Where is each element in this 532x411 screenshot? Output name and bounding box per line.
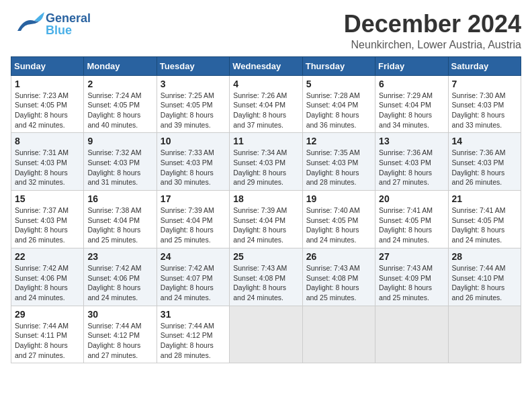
day-number: 30 [87,309,152,320]
day-info: Sunrise: 7:44 AMSunset: 4:10 PMDaylight:… [452,263,517,303]
calendar-cell: 9Sunrise: 7:32 AMSunset: 4:03 PMDaylight… [84,133,157,191]
day-info: Sunrise: 7:24 AMSunset: 4:05 PMDaylight:… [87,91,152,130]
calendar-cell: 29Sunrise: 7:44 AMSunset: 4:11 PMDayligh… [11,306,84,363]
day-info: Sunrise: 7:39 AMSunset: 4:04 PMDaylight:… [233,205,298,245]
calendar-cell: 27Sunrise: 7:43 AMSunset: 4:09 PMDayligh… [375,248,448,306]
logo-blue: Blue [46,24,91,36]
calendar-cell: 6Sunrise: 7:29 AMSunset: 4:04 PMDaylight… [375,75,448,133]
day-info: Sunrise: 7:38 AMSunset: 4:04 PMDaylight:… [87,205,152,245]
calendar-cell: 22Sunrise: 7:42 AMSunset: 4:06 PMDayligh… [11,248,84,306]
day-of-week-header: Thursday [302,56,375,75]
day-number: 13 [379,136,444,146]
calendar-week-row: 22Sunrise: 7:42 AMSunset: 4:06 PMDayligh… [11,248,521,306]
calendar-cell: 30Sunrise: 7:44 AMSunset: 4:12 PMDayligh… [84,306,157,363]
calendar-cell [448,306,521,363]
day-info: Sunrise: 7:42 AMSunset: 4:06 PMDaylight:… [15,263,80,303]
day-number: 15 [15,193,80,204]
day-info: Sunrise: 7:26 AMSunset: 4:04 PMDaylight:… [233,91,298,130]
day-number: 14 [452,136,517,146]
logo: General Blue [11,11,91,38]
header-row: SundayMondayTuesdayWednesdayThursdayFrid… [11,56,521,75]
logo-bird-icon [11,11,44,38]
day-of-week-header: Wednesday [230,56,302,75]
day-number: 18 [233,193,298,204]
day-number: 11 [233,136,298,146]
day-number: 22 [15,251,80,262]
day-number: 19 [306,193,371,204]
day-info: Sunrise: 7:23 AMSunset: 4:05 PMDaylight:… [15,91,80,130]
calendar-cell: 18Sunrise: 7:39 AMSunset: 4:04 PMDayligh… [230,191,302,248]
calendar-week-row: 15Sunrise: 7:37 AMSunset: 4:03 PMDayligh… [11,191,521,248]
day-info: Sunrise: 7:34 AMSunset: 4:03 PMDaylight:… [233,148,298,187]
title-block: December 2024 Neunkirchen, Lower Austria… [344,11,521,51]
calendar-cell: 7Sunrise: 7:30 AMSunset: 4:03 PMDaylight… [448,75,521,133]
day-info: Sunrise: 7:37 AMSunset: 4:03 PMDaylight:… [15,205,80,245]
day-info: Sunrise: 7:32 AMSunset: 4:03 PMDaylight:… [87,148,152,187]
day-of-week-header: Sunday [11,56,84,75]
day-number: 27 [379,251,444,262]
calendar-cell: 24Sunrise: 7:42 AMSunset: 4:07 PMDayligh… [157,248,229,306]
day-info: Sunrise: 7:42 AMSunset: 4:06 PMDaylight:… [87,263,152,303]
calendar-cell: 1Sunrise: 7:23 AMSunset: 4:05 PMDaylight… [11,75,84,133]
day-info: Sunrise: 7:36 AMSunset: 4:03 PMDaylight:… [379,148,444,187]
day-number: 7 [452,79,517,89]
day-info: Sunrise: 7:31 AMSunset: 4:03 PMDaylight:… [15,148,80,187]
day-info: Sunrise: 7:43 AMSunset: 4:08 PMDaylight:… [306,263,371,303]
day-number: 20 [379,193,444,204]
calendar-cell: 11Sunrise: 7:34 AMSunset: 4:03 PMDayligh… [230,133,302,191]
calendar-cell [302,306,375,363]
day-number: 12 [306,136,371,146]
day-number: 16 [87,193,152,204]
calendar-week-row: 29Sunrise: 7:44 AMSunset: 4:11 PMDayligh… [11,306,521,363]
day-info: Sunrise: 7:42 AMSunset: 4:07 PMDaylight:… [161,263,226,303]
calendar-cell: 23Sunrise: 7:42 AMSunset: 4:06 PMDayligh… [84,248,157,306]
calendar-cell [375,306,448,363]
logo-text: General Blue [46,12,91,36]
day-info: Sunrise: 7:41 AMSunset: 4:05 PMDaylight:… [379,205,444,245]
calendar-cell: 10Sunrise: 7:33 AMSunset: 4:03 PMDayligh… [157,133,229,191]
calendar-cell: 31Sunrise: 7:44 AMSunset: 4:12 PMDayligh… [157,306,229,363]
calendar-cell: 16Sunrise: 7:38 AMSunset: 4:04 PMDayligh… [84,191,157,248]
calendar-cell [230,306,302,363]
calendar-cell: 4Sunrise: 7:26 AMSunset: 4:04 PMDaylight… [230,75,302,133]
day-number: 4 [233,79,298,89]
calendar-cell: 5Sunrise: 7:28 AMSunset: 4:04 PMDaylight… [302,75,375,133]
day-info: Sunrise: 7:35 AMSunset: 4:03 PMDaylight:… [306,148,371,187]
calendar-cell: 17Sunrise: 7:39 AMSunset: 4:04 PMDayligh… [157,191,229,248]
day-info: Sunrise: 7:44 AMSunset: 4:11 PMDaylight:… [15,321,80,361]
calendar-cell: 26Sunrise: 7:43 AMSunset: 4:08 PMDayligh… [302,248,375,306]
day-info: Sunrise: 7:39 AMSunset: 4:04 PMDaylight:… [161,205,226,245]
calendar-cell: 19Sunrise: 7:40 AMSunset: 4:05 PMDayligh… [302,191,375,248]
day-number: 8 [15,136,80,146]
day-info: Sunrise: 7:36 AMSunset: 4:03 PMDaylight:… [452,148,517,187]
calendar-cell: 13Sunrise: 7:36 AMSunset: 4:03 PMDayligh… [375,133,448,191]
calendar-body: 1Sunrise: 7:23 AMSunset: 4:05 PMDaylight… [11,75,521,363]
day-number: 1 [15,79,80,89]
main-title: December 2024 [344,11,521,38]
calendar-cell: 20Sunrise: 7:41 AMSunset: 4:05 PMDayligh… [375,191,448,248]
day-number: 25 [233,251,298,262]
calendar-cell: 21Sunrise: 7:41 AMSunset: 4:05 PMDayligh… [448,191,521,248]
day-info: Sunrise: 7:28 AMSunset: 4:04 PMDaylight:… [306,91,371,130]
calendar-cell: 14Sunrise: 7:36 AMSunset: 4:03 PMDayligh… [448,133,521,191]
calendar-cell: 2Sunrise: 7:24 AMSunset: 4:05 PMDaylight… [84,75,157,133]
calendar-header: SundayMondayTuesdayWednesdayThursdayFrid… [11,56,521,75]
day-info: Sunrise: 7:40 AMSunset: 4:05 PMDaylight:… [306,205,371,245]
calendar-cell: 3Sunrise: 7:25 AMSunset: 4:05 PMDaylight… [157,75,229,133]
calendar-cell: 12Sunrise: 7:35 AMSunset: 4:03 PMDayligh… [302,133,375,191]
day-info: Sunrise: 7:25 AMSunset: 4:05 PMDaylight:… [161,91,226,130]
day-info: Sunrise: 7:41 AMSunset: 4:05 PMDaylight:… [452,205,517,245]
day-number: 2 [87,79,152,89]
day-number: 3 [161,79,226,89]
day-number: 26 [306,251,371,262]
day-info: Sunrise: 7:43 AMSunset: 4:08 PMDaylight:… [233,263,298,303]
day-number: 29 [15,309,80,320]
calendar-week-row: 1Sunrise: 7:23 AMSunset: 4:05 PMDaylight… [11,75,521,133]
page-header: General Blue December 2024 Neunkirchen, … [11,11,521,51]
day-of-week-header: Saturday [448,56,521,75]
logo-general: General [46,12,91,24]
calendar-week-row: 8Sunrise: 7:31 AMSunset: 4:03 PMDaylight… [11,133,521,191]
day-info: Sunrise: 7:44 AMSunset: 4:12 PMDaylight:… [161,321,226,361]
day-number: 17 [161,193,226,204]
calendar-cell: 15Sunrise: 7:37 AMSunset: 4:03 PMDayligh… [11,191,84,248]
